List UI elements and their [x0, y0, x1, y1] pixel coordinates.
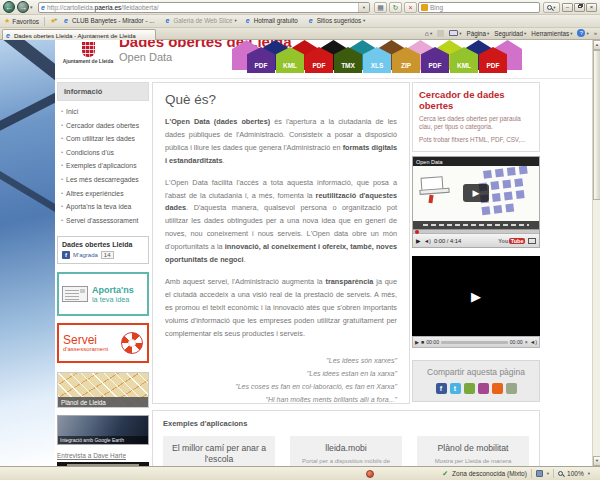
- progress-handle[interactable]: [415, 230, 419, 234]
- status-icon[interactable]: [366, 470, 374, 478]
- search-box[interactable]: Bing: [418, 2, 540, 13]
- aporta-idea-banner[interactable]: Aporta'ns la teva idea: [57, 272, 149, 316]
- servei-assessorament-banner[interactable]: Servei d'assessorament: [57, 323, 149, 363]
- divider: [531, 469, 532, 478]
- stop-button[interactable]: ×: [404, 2, 417, 13]
- search-engine-label: Bing: [430, 4, 443, 11]
- right-column: Cercador de dades obertes Cerca les dade…: [412, 82, 540, 402]
- sidebar-nav-item[interactable]: •Condicions d'ús: [61, 149, 147, 156]
- sidebar-nav-item[interactable]: •Inici: [61, 108, 147, 115]
- format-badge[interactable]: PDF: [247, 47, 275, 73]
- share-icon[interactable]: t: [450, 383, 461, 394]
- url-domain: paeria.es: [95, 4, 122, 11]
- vertical-scrollbar[interactable]: ▲ ▼: [592, 40, 600, 466]
- add-favorite-button[interactable]: ★+: [50, 17, 59, 25]
- sidebar-nav-item[interactable]: •Servei d'assessorament: [61, 217, 147, 224]
- stop-icon[interactable]: ■: [421, 339, 424, 345]
- format-badge[interactable]: XLS: [363, 47, 391, 73]
- favorite-link[interactable]: e Hotmail gratuito: [246, 17, 300, 24]
- example-card[interactable]: Plànol de mobilitat Mostra per Lleida de…: [417, 436, 529, 466]
- sidebar-nav-item[interactable]: •Com utilitzar les dades: [61, 135, 147, 142]
- share-icon[interactable]: [492, 383, 503, 394]
- format-badge[interactable]: PDF: [479, 47, 507, 73]
- example-card-title: Plànol de mobilitat: [423, 443, 523, 454]
- format-badge[interactable]: ZIP: [392, 47, 420, 73]
- format-badge[interactable]: KML: [450, 47, 478, 73]
- video2-screen[interactable]: ▶: [412, 256, 540, 336]
- example-card[interactable]: lleida.mobi Portal per a dispositius mòb…: [290, 436, 402, 466]
- favorites-bar: ★ Favoritos ★+ e CLUB Banyetes - Mirador…: [0, 15, 600, 28]
- cercador-box[interactable]: Cercador de dades obertes Cerca les dade…: [412, 82, 540, 152]
- sidebar-nav-item[interactable]: •Aporta'ns la teva idea: [61, 203, 147, 210]
- play-icon[interactable]: ▶: [471, 289, 481, 304]
- play-button[interactable]: ▶: [463, 184, 489, 202]
- volume-icon[interactable]: ◄): [424, 238, 431, 244]
- play-icon[interactable]: ▶: [415, 339, 419, 345]
- favorites-button[interactable]: ★ Favoritos: [4, 17, 39, 25]
- progress-bar[interactable]: [413, 229, 539, 233]
- help-button[interactable]: ?▾: [577, 29, 588, 37]
- time-right: 00:00: [510, 339, 523, 345]
- share-icon[interactable]: [506, 383, 517, 394]
- youtube-screen[interactable]: Open Data ▶: [413, 157, 539, 229]
- search-go-button[interactable]: ▾: [543, 2, 560, 13]
- steel-beam: [0, 156, 55, 226]
- rss-icon[interactable]: [437, 30, 444, 37]
- aporta-line2: la teva idea: [92, 295, 134, 304]
- sidebar-nav-item[interactable]: •Les més descarregades: [61, 176, 147, 183]
- sidebar-nav-item[interactable]: •Cercador dades obertes: [61, 122, 147, 129]
- home-button[interactable]: ⌂▾: [425, 30, 433, 37]
- active-tab[interactable]: e Dades obertes Lleida - Ajuntament de L…: [2, 29, 156, 40]
- sidebar-nav-item[interactable]: •Exemples d'aplicacions: [61, 162, 147, 169]
- overflow-chevron-icon[interactable]: »: [594, 30, 597, 36]
- menu-pagina[interactable]: Página▾: [466, 30, 489, 37]
- planol-lleida-thumbnail[interactable]: Plànol de Lleida: [57, 372, 149, 408]
- restore-button[interactable]: [574, 3, 585, 12]
- address-dropdown-icon[interactable]: ▾: [358, 3, 369, 12]
- caret-down-icon[interactable]: ▾: [547, 471, 549, 476]
- scroll-up-button[interactable]: ▲: [593, 40, 600, 50]
- share-icon[interactable]: f: [436, 383, 447, 394]
- facebook-like-button[interactable]: M'agrada: [73, 252, 98, 258]
- volume-icon[interactable]: ◄): [530, 339, 537, 345]
- youtube-logo[interactable]: You Tube: [498, 238, 525, 244]
- format-badge[interactable]: PDF: [305, 47, 333, 73]
- back-button[interactable]: ←: [3, 1, 15, 13]
- share-icon[interactable]: [478, 383, 489, 394]
- format-badge[interactable]: PDF: [421, 47, 449, 73]
- servei-line1: Servei: [63, 334, 108, 346]
- scrollbar-thumb[interactable]: [593, 50, 600, 200]
- minimize-button[interactable]: –: [562, 3, 573, 12]
- favorite-link[interactable]: e CLUB Banyetes - Mirador - ...: [64, 17, 157, 24]
- favorite-link[interactable]: e Sitios sugeridos ▾: [309, 17, 366, 24]
- fullscreen-icon[interactable]: [528, 238, 536, 244]
- ajuntament-logo[interactable]: Ajuntament de Lleida: [61, 42, 115, 65]
- play-icon[interactable]: ▶: [416, 237, 421, 244]
- history-dropdown-icon[interactable]: ▾: [30, 4, 33, 10]
- menu-herramientas[interactable]: Herramientas▾: [531, 30, 572, 37]
- google-earth-thumbnail[interactable]: Integració amb Google Earth: [57, 415, 149, 445]
- refresh-button[interactable]: ↻: [389, 2, 402, 13]
- favorite-link[interactable]: e Galeria de Web Slice ▾: [166, 17, 237, 24]
- seek-track[interactable]: [441, 341, 508, 344]
- caret-down-icon[interactable]: ▾: [588, 471, 590, 476]
- share-icon[interactable]: [464, 383, 475, 394]
- entrevista-link[interactable]: Entrevista a Dave Harte: [57, 452, 149, 459]
- menu-seguridad[interactable]: Seguridad▾: [494, 30, 526, 37]
- forward-button[interactable]: →: [17, 1, 29, 13]
- compatibility-view-button[interactable]: ▦: [374, 2, 387, 13]
- scroll-down-button[interactable]: ▼: [593, 456, 600, 466]
- steel-beam: [0, 79, 55, 141]
- close-icon[interactable]: ×: [525, 339, 528, 345]
- example-card[interactable]: El millor camí per anar a l'escola: [163, 436, 275, 466]
- sidebar-nav-label: Altres experiències: [66, 190, 123, 197]
- format-badge[interactable]: KML: [276, 47, 304, 73]
- print-button[interactable]: ▾: [449, 30, 461, 36]
- sidebar-nav-item[interactable]: •Altres experiències: [61, 190, 147, 197]
- close-button[interactable]: ×: [586, 3, 597, 12]
- format-badge[interactable]: TMX: [334, 47, 362, 73]
- home-icon: ⌂: [425, 30, 429, 37]
- format-badge-label: KML: [457, 62, 471, 69]
- protected-mode-icon[interactable]: [536, 470, 543, 477]
- address-bar[interactable]: e http://cartolleida.paeria.es/lleidaobe…: [38, 2, 370, 13]
